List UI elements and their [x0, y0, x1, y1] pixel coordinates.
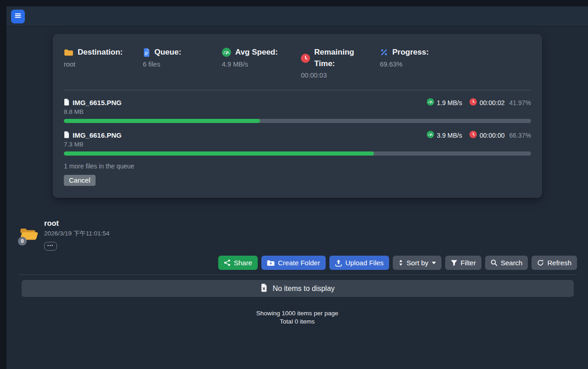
stat-value: root: [64, 61, 143, 68]
clock-icon: [469, 98, 477, 107]
folder-modified-date: 2026/3/19 下午11:01:54: [44, 229, 109, 238]
pagination-info: Showing 1000 items per page Total 0 item…: [6, 309, 588, 326]
file-progress-fill: [64, 119, 260, 123]
cancel-button[interactable]: Cancel: [64, 175, 96, 186]
refresh-button[interactable]: Refresh: [531, 256, 577, 270]
queue-note: 1 more files in the queue: [64, 162, 531, 170]
stat-value: 69.63%: [380, 61, 459, 68]
stat-value: 4.9 MB/s: [222, 61, 301, 68]
stat-queue: Queue: 6 files: [143, 47, 222, 79]
caret-down-icon: [432, 262, 436, 264]
card-divider: [64, 90, 531, 90]
total-items-text: Total 0 items: [6, 318, 588, 326]
speedometer-icon: [222, 48, 231, 57]
file-speed: 1.9 MB/s: [437, 99, 462, 106]
folder-name: root: [44, 219, 109, 228]
search-label: Search: [501, 259, 523, 267]
file-percent: 41.97%: [509, 99, 531, 106]
items-per-page-text: Showing 1000 items per page: [6, 309, 588, 318]
topbar: [6, 6, 588, 27]
stat-remaining-time: Remaining Time: 00:00:03: [301, 47, 380, 79]
file-progress-bar: [64, 119, 531, 123]
stat-label: Queue:: [154, 47, 181, 58]
stat-value: 00:00:03: [301, 72, 380, 79]
folder-count-badge: 0: [18, 237, 27, 246]
percent-icon: [380, 48, 388, 56]
app-frame: Destination: root Queue: 6 files: [6, 6, 588, 369]
file-remaining: 00:00:00: [480, 132, 505, 139]
document-icon: [64, 99, 69, 107]
document-icon: [64, 131, 69, 140]
file-x-icon: [260, 284, 267, 294]
file-progress-bar: [64, 151, 531, 156]
file-remaining: 00:00:02: [480, 99, 505, 106]
file-name: IMG_6615.PNG: [73, 99, 122, 106]
speedometer-icon: [427, 98, 434, 107]
upload-file-row: IMG_6616.PNG 3.9 MB/s 00:00:00 66.37% 7.…: [64, 131, 531, 156]
hamburger-icon: [14, 12, 22, 21]
file-name: IMG_6616.PNG: [73, 131, 122, 139]
upload-stats-row: Destination: root Queue: 6 files: [64, 47, 531, 79]
stat-progress: Progress: 69.63%: [380, 47, 459, 79]
stat-label: Remaining Time:: [314, 47, 356, 69]
file-progress-fill: [64, 151, 374, 156]
share-label: Share: [234, 259, 252, 267]
share-button[interactable]: Share: [218, 256, 258, 270]
folder-plus-icon: [267, 260, 275, 266]
stat-destination: Destination: root: [64, 47, 143, 79]
upload-progress-panel: Destination: root Queue: 6 files: [53, 34, 542, 198]
file-percent: 66.37%: [509, 132, 531, 139]
file-icon: [143, 48, 150, 57]
upload-files-label: Upload Files: [345, 259, 384, 267]
stat-avg-speed: Avg Speed: 4.9 MB/s: [222, 47, 301, 79]
clock-icon: [301, 54, 310, 63]
stat-label: Destination:: [78, 47, 123, 58]
filter-button[interactable]: Filter: [445, 256, 481, 270]
sort-by-button[interactable]: Sort by: [393, 256, 441, 270]
create-folder-label: Create Folder: [278, 259, 320, 267]
upload-file-row: IMG_6615.PNG 1.9 MB/s 00:00:02 41.97% 8.…: [64, 98, 531, 123]
ellipsis-icon: •••: [47, 243, 54, 248]
empty-list-banner: No items to display: [22, 280, 574, 297]
current-folder-row: 0 root 2026/3/19 下午11:01:54 •••: [19, 219, 588, 251]
create-folder-button[interactable]: Create Folder: [261, 256, 326, 270]
refresh-icon: [537, 259, 544, 266]
file-speed: 3.9 MB/s: [437, 132, 462, 139]
file-size: 8.8 MB: [64, 108, 531, 115]
stat-label: Progress:: [392, 47, 429, 58]
stat-value: 6 files: [143, 61, 222, 68]
refresh-label: Refresh: [547, 259, 571, 267]
menu-button[interactable]: [11, 10, 25, 23]
clock-icon: [469, 131, 477, 140]
more-options-button[interactable]: •••: [44, 242, 57, 251]
empty-list-message: No items to display: [272, 285, 334, 293]
filter-icon: [451, 260, 458, 266]
folder-icon: [64, 49, 74, 56]
stat-label: Avg Speed:: [235, 47, 278, 58]
action-toolbar: Share Create Folder Upload Files Sort by: [6, 256, 588, 270]
filter-label: Filter: [461, 259, 476, 267]
open-folder-icon: 0: [19, 227, 40, 243]
search-button[interactable]: Search: [485, 256, 528, 270]
sort-icon: [398, 259, 403, 266]
upload-icon: [335, 259, 342, 267]
speedometer-icon: [427, 131, 434, 140]
file-size: 7.3 MB: [64, 141, 531, 148]
upload-files-button[interactable]: Upload Files: [329, 256, 389, 270]
sort-by-label: Sort by: [407, 259, 429, 267]
list-divider: [18, 274, 577, 275]
share-icon: [224, 259, 231, 266]
search-icon: [491, 259, 498, 266]
